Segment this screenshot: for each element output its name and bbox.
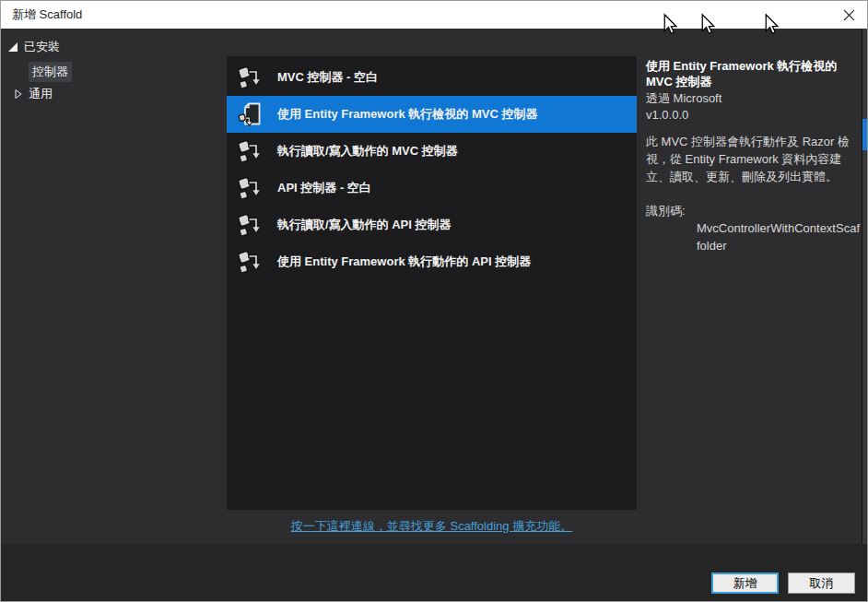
scaffold-list: MVC 控制器 - 空白 使用 Entity Framework 執行檢視的 M… <box>227 56 637 510</box>
list-item[interactable]: API 控制器 - 空白 <box>227 170 637 207</box>
tree-node-common[interactable]: 通用 <box>15 86 227 102</box>
list-item-label: API 控制器 - 空白 <box>277 180 371 196</box>
controller-scaffold-icon <box>236 137 264 165</box>
list-item[interactable]: MVC 控制器 - 空白 <box>227 59 637 96</box>
tree-node-installed[interactable]: 已安裝 <box>1 29 227 56</box>
add-scaffold-dialog: 新增 Scaffold 已安裝 控制器 通用 M <box>0 0 868 602</box>
controller-scaffold-icon <box>236 248 264 276</box>
list-item[interactable]: 使用 Entity Framework 執行動作的 API 控制器 <box>227 243 637 280</box>
titlebar: 新增 Scaffold <box>1 1 867 29</box>
controller-scaffold-icon <box>236 64 264 91</box>
scrollbar-thumb[interactable] <box>862 119 867 150</box>
list-item-selected[interactable]: 使用 Entity Framework 執行檢視的 MVC 控制器 <box>227 96 637 133</box>
controller-scaffold-icon <box>236 174 264 202</box>
controller-scaffold-icon <box>236 211 264 239</box>
cancel-button[interactable]: 取消 <box>788 572 855 594</box>
scrollbar-track[interactable] <box>862 29 867 544</box>
list-item-label: 執行讀取/寫入動作的 API 控制器 <box>277 217 452 233</box>
add-button[interactable]: 新增 <box>711 572 779 594</box>
triangle-collapsed-icon <box>15 89 22 99</box>
list-item-label: 使用 Entity Framework 執行檢視的 MVC 控制器 <box>277 106 537 123</box>
list-item[interactable]: 執行讀取/寫入動作的 MVC 控制器 <box>227 133 637 170</box>
tree-root-label: 已安裝 <box>24 39 60 55</box>
details-version: v1.0.0.0 <box>646 107 862 123</box>
list-item-label: 使用 Entity Framework 執行動作的 API 控制器 <box>277 254 531 270</box>
details-panel: 使用 Entity Framework 執行檢視的 MVC 控制器 透過 Mic… <box>646 58 862 254</box>
ef-view-controller-icon <box>236 100 264 128</box>
category-tree: 已安裝 控制器 通用 <box>1 29 227 102</box>
list-item[interactable]: 執行讀取/寫入動作的 API 控制器 <box>227 207 637 243</box>
details-publisher: 透過 Microsoft <box>646 90 862 106</box>
details-description: 此 MVC 控制器會執行動作及 Razor 檢視，從 Entity Framew… <box>646 133 862 185</box>
triangle-expanded-icon <box>8 42 18 52</box>
list-item-label: 執行讀取/寫入動作的 MVC 控制器 <box>277 143 458 159</box>
tree-node-controllers[interactable]: 控制器 <box>29 62 72 82</box>
extensions-link-row: 按一下這裡連線，並尋找更多 Scaffolding 擴充功能。 <box>227 517 637 535</box>
list-item-label: MVC 控制器 - 空白 <box>277 69 378 86</box>
window-title: 新增 Scaffold <box>12 6 82 23</box>
footer-bar: 新增 取消 <box>1 544 867 601</box>
details-title: 使用 Entity Framework 執行檢視的 MVC 控制器 <box>646 58 862 89</box>
close-icon[interactable] <box>838 5 860 25</box>
scaffolding-extensions-link[interactable]: 按一下這裡連線，並尋找更多 Scaffolding 擴充功能。 <box>291 519 572 533</box>
details-identifier: 識別碼: MvcControllerWithContextScaffolder <box>646 202 862 254</box>
tree-child-label: 通用 <box>29 86 53 102</box>
